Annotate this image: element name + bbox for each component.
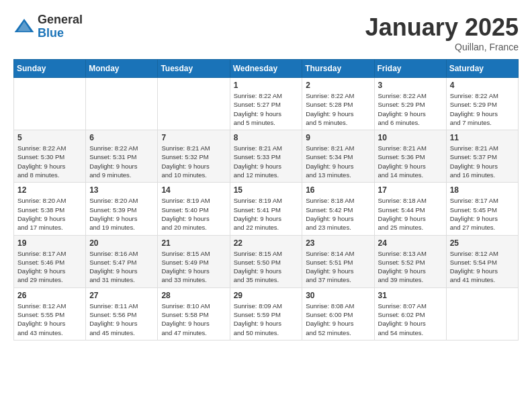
calendar-cell: 28Sunrise: 8:10 AM Sunset: 5:58 PM Dayli… xyxy=(158,287,230,340)
day-info: Sunrise: 8:07 AM Sunset: 6:02 PM Dayligh… xyxy=(378,302,443,337)
day-number: 18 xyxy=(450,185,515,195)
day-number: 8 xyxy=(234,133,299,142)
calendar-cell: 1Sunrise: 8:22 AM Sunset: 5:27 PM Daylig… xyxy=(230,78,302,130)
day-info: Sunrise: 8:09 AM Sunset: 5:59 PM Dayligh… xyxy=(234,302,299,337)
calendar-cell xyxy=(86,78,158,130)
day-info: Sunrise: 8:10 AM Sunset: 5:58 PM Dayligh… xyxy=(161,302,226,337)
day-number: 2 xyxy=(306,81,370,90)
calendar-cell: 23Sunrise: 8:14 AM Sunset: 5:51 PM Dayli… xyxy=(302,235,374,287)
day-info: Sunrise: 8:15 AM Sunset: 5:49 PM Dayligh… xyxy=(161,249,226,285)
logo-text: General Blue xyxy=(38,13,83,40)
page-header: General Blue January 2025 Quillan, Franc… xyxy=(13,13,519,52)
logo-general: General xyxy=(38,13,83,27)
day-info: Sunrise: 8:18 AM Sunset: 5:44 PM Dayligh… xyxy=(378,196,443,232)
calendar-cell: 14Sunrise: 8:19 AM Sunset: 5:40 PM Dayli… xyxy=(158,183,230,235)
calendar-cell: 13Sunrise: 8:20 AM Sunset: 5:39 PM Dayli… xyxy=(86,183,158,235)
logo-icon xyxy=(13,16,35,38)
calendar-header-sunday: Sunday xyxy=(14,60,86,78)
calendar-week-row: 12Sunrise: 8:20 AM Sunset: 5:38 PM Dayli… xyxy=(14,183,519,235)
day-number: 29 xyxy=(234,291,299,300)
calendar-cell: 10Sunrise: 8:21 AM Sunset: 5:36 PM Dayli… xyxy=(374,130,446,183)
day-number: 27 xyxy=(89,291,154,300)
calendar-cell: 29Sunrise: 8:09 AM Sunset: 5:59 PM Dayli… xyxy=(230,287,302,340)
calendar-cell: 3Sunrise: 8:22 AM Sunset: 5:29 PM Daylig… xyxy=(374,78,446,130)
calendar-cell: 4Sunrise: 8:22 AM Sunset: 5:29 PM Daylig… xyxy=(446,78,518,130)
day-info: Sunrise: 8:21 AM Sunset: 5:37 PM Dayligh… xyxy=(450,144,515,179)
day-info: Sunrise: 8:22 AM Sunset: 5:29 PM Dayligh… xyxy=(450,91,515,127)
calendar-cell: 26Sunrise: 8:12 AM Sunset: 5:55 PM Dayli… xyxy=(14,287,86,340)
calendar-cell xyxy=(14,78,86,130)
day-number: 30 xyxy=(306,291,370,300)
day-number: 24 xyxy=(378,238,443,248)
day-number: 25 xyxy=(450,238,515,248)
day-number: 15 xyxy=(234,185,299,195)
day-info: Sunrise: 8:21 AM Sunset: 5:33 PM Dayligh… xyxy=(234,144,299,179)
day-info: Sunrise: 8:14 AM Sunset: 5:51 PM Dayligh… xyxy=(306,249,370,285)
day-number: 6 xyxy=(89,133,154,142)
day-number: 11 xyxy=(450,133,515,142)
calendar-cell: 12Sunrise: 8:20 AM Sunset: 5:38 PM Dayli… xyxy=(14,183,86,235)
day-info: Sunrise: 8:19 AM Sunset: 5:40 PM Dayligh… xyxy=(161,196,226,232)
day-info: Sunrise: 8:11 AM Sunset: 5:56 PM Dayligh… xyxy=(89,302,154,337)
calendar-cell: 25Sunrise: 8:12 AM Sunset: 5:54 PM Dayli… xyxy=(446,235,518,287)
calendar-cell xyxy=(158,78,230,130)
day-info: Sunrise: 8:22 AM Sunset: 5:31 PM Dayligh… xyxy=(89,144,154,179)
calendar-cell: 7Sunrise: 8:21 AM Sunset: 5:32 PM Daylig… xyxy=(158,130,230,183)
day-info: Sunrise: 8:22 AM Sunset: 5:29 PM Dayligh… xyxy=(378,91,443,127)
day-info: Sunrise: 8:13 AM Sunset: 5:52 PM Dayligh… xyxy=(378,249,443,285)
calendar-cell: 2Sunrise: 8:22 AM Sunset: 5:28 PM Daylig… xyxy=(302,78,374,130)
day-number: 16 xyxy=(306,185,370,195)
day-number: 1 xyxy=(234,81,299,90)
day-info: Sunrise: 8:22 AM Sunset: 5:28 PM Dayligh… xyxy=(306,91,370,127)
calendar-cell: 17Sunrise: 8:18 AM Sunset: 5:44 PM Dayli… xyxy=(374,183,446,235)
day-number: 17 xyxy=(378,185,443,195)
day-number: 5 xyxy=(17,133,82,142)
calendar-table: SundayMondayTuesdayWednesdayThursdayFrid… xyxy=(13,59,519,340)
day-number: 28 xyxy=(161,291,226,300)
day-number: 19 xyxy=(17,238,82,248)
calendar-cell: 18Sunrise: 8:17 AM Sunset: 5:45 PM Dayli… xyxy=(446,183,518,235)
day-number: 23 xyxy=(306,238,370,248)
day-number: 13 xyxy=(89,185,154,195)
calendar-header-friday: Friday xyxy=(374,60,446,78)
day-info: Sunrise: 8:18 AM Sunset: 5:42 PM Dayligh… xyxy=(306,196,370,232)
calendar-header-tuesday: Tuesday xyxy=(158,60,230,78)
calendar-cell: 9Sunrise: 8:21 AM Sunset: 5:34 PM Daylig… xyxy=(302,130,374,183)
day-info: Sunrise: 8:08 AM Sunset: 6:00 PM Dayligh… xyxy=(306,302,370,337)
day-number: 4 xyxy=(450,81,515,90)
day-info: Sunrise: 8:17 AM Sunset: 5:45 PM Dayligh… xyxy=(450,196,515,232)
calendar-header-saturday: Saturday xyxy=(446,60,518,78)
day-number: 21 xyxy=(161,238,226,248)
day-info: Sunrise: 8:20 AM Sunset: 5:38 PM Dayligh… xyxy=(17,196,82,232)
calendar-cell xyxy=(446,287,518,340)
day-number: 12 xyxy=(17,185,82,195)
calendar-week-row: 5Sunrise: 8:22 AM Sunset: 5:30 PM Daylig… xyxy=(14,130,519,183)
calendar-cell: 27Sunrise: 8:11 AM Sunset: 5:56 PM Dayli… xyxy=(86,287,158,340)
day-number: 31 xyxy=(378,291,443,300)
calendar-cell: 15Sunrise: 8:19 AM Sunset: 5:41 PM Dayli… xyxy=(230,183,302,235)
calendar-cell: 20Sunrise: 8:16 AM Sunset: 5:47 PM Dayli… xyxy=(86,235,158,287)
calendar-cell: 6Sunrise: 8:22 AM Sunset: 5:31 PM Daylig… xyxy=(86,130,158,183)
calendar-header-monday: Monday xyxy=(86,60,158,78)
calendar-week-row: 1Sunrise: 8:22 AM Sunset: 5:27 PM Daylig… xyxy=(14,78,519,130)
calendar-week-row: 19Sunrise: 8:17 AM Sunset: 5:46 PM Dayli… xyxy=(14,235,519,287)
calendar-week-row: 26Sunrise: 8:12 AM Sunset: 5:55 PM Dayli… xyxy=(14,287,519,340)
calendar-header-thursday: Thursday xyxy=(302,60,374,78)
day-number: 9 xyxy=(306,133,370,142)
day-info: Sunrise: 8:17 AM Sunset: 5:46 PM Dayligh… xyxy=(17,249,82,285)
day-info: Sunrise: 8:16 AM Sunset: 5:47 PM Dayligh… xyxy=(89,249,154,285)
day-info: Sunrise: 8:12 AM Sunset: 5:54 PM Dayligh… xyxy=(450,249,515,285)
day-info: Sunrise: 8:20 AM Sunset: 5:39 PM Dayligh… xyxy=(89,196,154,232)
month-title: January 2025 xyxy=(365,13,519,42)
day-number: 26 xyxy=(17,291,82,300)
calendar-header-row: SundayMondayTuesdayWednesdayThursdayFrid… xyxy=(14,60,519,78)
day-number: 14 xyxy=(161,185,226,195)
day-number: 3 xyxy=(378,81,443,90)
calendar-cell: 8Sunrise: 8:21 AM Sunset: 5:33 PM Daylig… xyxy=(230,130,302,183)
title-section: January 2025 Quillan, France xyxy=(365,13,519,52)
day-info: Sunrise: 8:22 AM Sunset: 5:27 PM Dayligh… xyxy=(234,91,299,127)
calendar-header-wednesday: Wednesday xyxy=(230,60,302,78)
calendar-cell: 16Sunrise: 8:18 AM Sunset: 5:42 PM Dayli… xyxy=(302,183,374,235)
day-info: Sunrise: 8:21 AM Sunset: 5:34 PM Dayligh… xyxy=(306,144,370,179)
day-number: 10 xyxy=(378,133,443,142)
